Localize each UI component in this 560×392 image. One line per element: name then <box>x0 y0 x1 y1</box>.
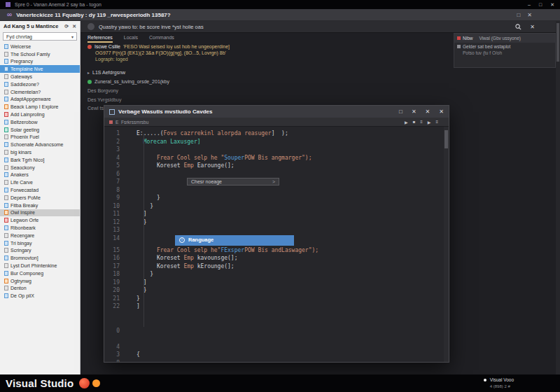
sidebar-item[interactable]: Bark Tgrh Nico] <box>0 156 80 164</box>
indent-guide <box>144 134 144 327</box>
sidebar-item[interactable]: Pregrancy <box>0 58 80 66</box>
sidebar-item[interactable]: Forwecastad <box>0 186 80 194</box>
sidebar-item[interactable]: Schoenate Advancsome <box>0 141 80 148</box>
right-panel-header[interactable]: Nibw Viwal (Gbv ussyone) <box>454 34 555 43</box>
sidebar-item[interactable]: Anakers <box>0 172 80 179</box>
code-text: } <box>125 295 140 303</box>
dialog-titlebar[interactable]: Verbage Wasutis mvstiudio Cavdes □ ✕ ✕ ✕ <box>104 106 449 118</box>
sidebar-item[interactable]: Owl Inspire <box>0 209 80 217</box>
error-line1: 'FESO Wasl seised loy ust hob he ungeope… <box>123 44 230 49</box>
sidebar-item[interactable]: The School Famly <box>0 50 80 58</box>
scrollbar-thumb[interactable] <box>444 130 448 148</box>
run-icon[interactable]: ▶ <box>405 120 408 125</box>
status-dot-icon <box>88 80 92 84</box>
line-number: 4 <box>104 154 125 162</box>
sidebar-item[interactable]: Denton <box>0 285 80 293</box>
code-line: 18 } <box>104 270 449 279</box>
dialog-scrollbar[interactable] <box>444 127 449 362</box>
line-number: 20 <box>104 286 125 295</box>
close-icon[interactable]: ✕ <box>530 24 535 30</box>
stop-icon[interactable]: ■ <box>413 120 416 125</box>
tab-references[interactable]: References <box>88 35 113 43</box>
close-icon[interactable]: ✕ <box>550 2 554 8</box>
search-icon[interactable] <box>515 24 522 30</box>
layout-icon[interactable]: □ <box>517 12 520 18</box>
sidebar-item[interactable]: Beltzerobow <box>0 118 80 126</box>
run-icon[interactable]: ▶ <box>428 120 431 125</box>
sidebar-item[interactable]: Templaine Nve <box>0 65 80 73</box>
code-line: 14 i Ranguage <box>104 234 449 246</box>
sidebar-item[interactable]: Clementelan? <box>0 88 80 96</box>
refresh-icon[interactable]: ⟳ <box>64 24 69 29</box>
line-number: 19 <box>104 279 125 287</box>
code-editor[interactable]: 1 E:.....(Fovs cazrrekinl alorpda reasug… <box>104 127 449 362</box>
right-panel-row-label: Gelder sat bed wstaplot <box>463 44 510 49</box>
code-text <box>125 335 136 343</box>
explorer-row-label: Des Borgvony <box>88 88 118 93</box>
menu-icon[interactable]: ≡ <box>435 120 438 125</box>
explorer-item[interactable]: Zuneral_ss_luving_orsde_201(kby <box>80 77 560 86</box>
red-circle-logo-icon <box>79 378 90 388</box>
sidebar-item-label: Add Lainproling <box>10 112 45 117</box>
file-icon <box>4 120 8 125</box>
recent-icon[interactable] <box>88 23 94 30</box>
sidebar-item[interactable]: Bur Componeg <box>0 270 80 277</box>
sidebar-item[interactable]: Beack Lamp I Explore <box>0 103 80 111</box>
right-panel-row[interactable]: Gelder sat bed wstaplot <box>454 43 555 49</box>
sidebar-item[interactable]: De Op pilX <box>0 292 80 300</box>
sidebar-item[interactable]: Saddlezone? <box>0 80 80 88</box>
code-line: 10 } <box>104 202 449 211</box>
right-panel-row[interactable]: Potso tuv (tu f O/oh <box>454 49 555 55</box>
right-panel-header-label: Nibw <box>463 36 472 41</box>
sidebar-item[interactable]: AdaptAppgenware <box>0 96 80 104</box>
sidebar-item[interactable]: Phoenix Fuel <box>0 134 80 141</box>
sidebar-item[interactable]: big kinars <box>0 148 80 156</box>
sidebar-item[interactable]: Life Carve <box>0 178 80 186</box>
explorer-section[interactable]: ▸ L1S Aefdrgsnw <box>80 68 560 77</box>
sidebar-item[interactable]: Lyst Durt Phintenkine <box>0 262 80 270</box>
sidebar-item[interactable]: Add Lainproling <box>0 111 80 118</box>
explorer-row-label: Des Yvrgsldbuy <box>88 97 122 102</box>
sidebar-item[interactable]: Depers PoMe <box>0 194 80 202</box>
sidebar-dropdown[interactable]: Fyd chnrtag ▾ <box>3 32 77 41</box>
sidebar-item[interactable]: Welcerse <box>0 43 80 50</box>
sidebar-item[interactable]: Gateways <box>0 73 80 80</box>
chesr-noeage-button[interactable]: Chesr noeage > <box>187 178 279 186</box>
search-input[interactable]: Quastry yawo to: be score inve *yst holi… <box>99 24 204 30</box>
code-text: Koreset Emp kavounsge(]; <box>125 254 238 262</box>
close-icon[interactable]: ✕ <box>527 12 532 18</box>
language-banner[interactable]: i Ranguage <box>175 235 294 246</box>
sidebar-item[interactable]: Tri bingay <box>0 239 80 247</box>
sidebar-item[interactable]: Fitba Breaky <box>0 202 80 209</box>
explorer-section-label: L1S Aefdrgsnw <box>92 70 125 75</box>
dialog-title: Verbage Wasutis mvstiudio Cavdes <box>118 108 212 115</box>
close-icon[interactable]: ✕ <box>439 108 444 115</box>
sidebar-item[interactable]: Ribonbeark <box>0 224 80 232</box>
maximize-icon[interactable]: □ <box>399 108 402 115</box>
close-icon[interactable]: ✕ <box>72 24 76 29</box>
explorer-row[interactable]: Des Borgvony <box>80 86 560 95</box>
file-icon <box>4 172 8 177</box>
scrollbar-thumb[interactable] <box>556 23 559 62</box>
main-scrollbar[interactable] <box>556 21 560 374</box>
tab-commands[interactable]: Commands <box>149 35 174 43</box>
line-number: 7 <box>104 178 125 186</box>
close-icon[interactable]: ✕ <box>412 108 416 115</box>
sidebar-item[interactable]: Ogtrynwg <box>0 277 80 285</box>
sidebar-item-label: big kinars <box>10 150 31 155</box>
sidebar-item[interactable]: Recengare <box>0 232 80 239</box>
file-icon <box>4 59 8 64</box>
file-icon <box>4 127 8 132</box>
menu-icon[interactable]: ≡ <box>420 120 423 125</box>
minimize-icon[interactable]: – <box>528 2 531 8</box>
sidebar-item[interactable]: Solar geeting <box>0 126 80 134</box>
sidebar-item[interactable]: Legwon Orfe <box>0 216 80 224</box>
sidebar-item[interactable]: Scringary <box>0 247 80 255</box>
sidebar-item[interactable]: Seaockony <box>0 164 80 172</box>
file-icon <box>4 134 8 139</box>
sidebar-item[interactable]: Bromnovton] <box>0 254 80 262</box>
tab-locals[interactable]: Locals <box>124 35 138 43</box>
close-icon[interactable]: ✕ <box>426 108 430 115</box>
line-number: 10 <box>104 202 125 211</box>
maximize-icon[interactable]: □ <box>539 2 542 8</box>
